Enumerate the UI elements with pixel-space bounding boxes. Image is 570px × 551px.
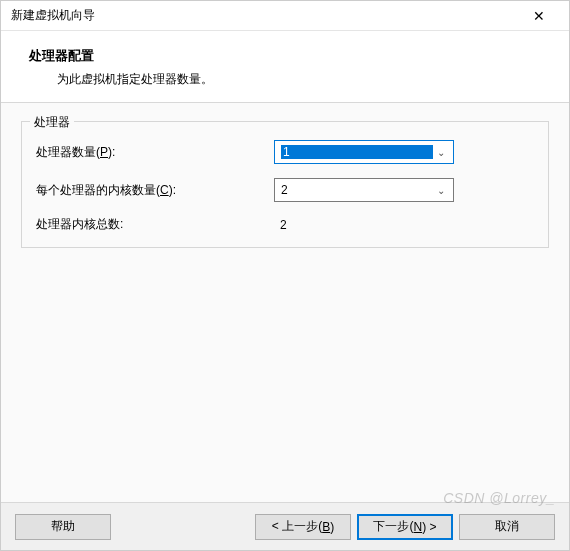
total-cores-value: 2 [274, 218, 287, 232]
page-title: 处理器配置 [29, 47, 541, 65]
titlebar: 新建虚拟机向导 ✕ [1, 1, 569, 31]
footer: 帮助 < 上一步(B) 下一步(N) > 取消 [1, 502, 569, 550]
cores-per-processor-label: 每个处理器的内核数量(C): [36, 182, 274, 199]
cores-per-processor-row: 每个处理器的内核数量(C): 2 ⌄ [36, 178, 534, 202]
help-button[interactable]: 帮助 [15, 514, 111, 540]
total-cores-label: 处理器内核总数: [36, 216, 274, 233]
next-button[interactable]: 下一步(N) > [357, 514, 453, 540]
content-area: 处理器 处理器数量(P): 1 ⌄ 每个处理器的内核数量(C): 2 ⌄ 处理器… [1, 103, 569, 502]
cores-per-processor-value: 2 [281, 183, 433, 197]
chevron-down-icon: ⌄ [433, 147, 449, 158]
cancel-button[interactable]: 取消 [459, 514, 555, 540]
wizard-header: 处理器配置 为此虚拟机指定处理器数量。 [1, 31, 569, 103]
processor-group-legend: 处理器 [30, 114, 74, 131]
processor-count-row: 处理器数量(P): 1 ⌄ [36, 140, 534, 164]
chevron-down-icon: ⌄ [433, 185, 449, 196]
processor-group: 处理器 处理器数量(P): 1 ⌄ 每个处理器的内核数量(C): 2 ⌄ 处理器… [21, 121, 549, 248]
cores-per-processor-combo[interactable]: 2 ⌄ [274, 178, 454, 202]
total-cores-row: 处理器内核总数: 2 [36, 216, 534, 233]
window-title: 新建虚拟机向导 [11, 7, 519, 24]
processor-count-combo[interactable]: 1 ⌄ [274, 140, 454, 164]
processor-count-label: 处理器数量(P): [36, 144, 274, 161]
back-button[interactable]: < 上一步(B) [255, 514, 351, 540]
page-description: 为此虚拟机指定处理器数量。 [29, 71, 541, 88]
processor-count-value: 1 [281, 145, 433, 159]
close-button[interactable]: ✕ [519, 2, 559, 30]
close-icon: ✕ [533, 8, 545, 24]
